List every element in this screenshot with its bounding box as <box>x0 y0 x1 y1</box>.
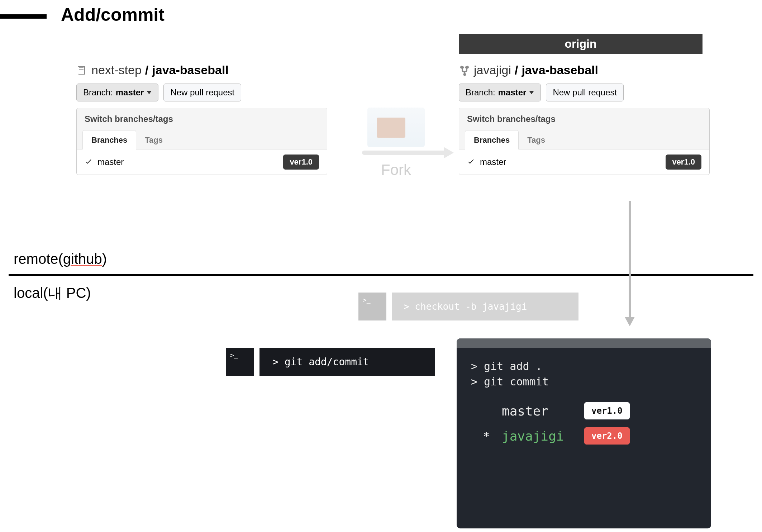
current-marker: * <box>482 430 491 442</box>
branch-row[interactable]: master ver1.0 <box>459 149 709 175</box>
remote-local-divider <box>9 274 753 276</box>
panel-header: Switch branches/tags <box>77 108 327 130</box>
terminal-line: > git commit <box>471 375 697 388</box>
repo-name: java-baseball <box>152 63 229 77</box>
terminal-titlebar <box>457 338 711 348</box>
caret-down-icon <box>529 91 534 94</box>
previous-terminal-faded: >_ > checkout -b javajigi <box>358 293 578 320</box>
local-branch-row: * javajigi ver2.0 <box>482 427 697 445</box>
local-branch-row: master ver1.0 <box>482 402 697 419</box>
repo-toolbar: Branch: master New pull request <box>76 84 327 101</box>
version-badge: ver1.0 <box>584 402 630 419</box>
branch-dropdown-panel: Switch branches/tags Branches Tags maste… <box>76 108 327 175</box>
fork-arrow-icon <box>362 151 448 155</box>
branch-label: master <box>480 157 506 167</box>
repo-name: java-baseball <box>522 63 598 77</box>
terminal-icon: >_ <box>226 348 254 376</box>
repo-title: javajigi / java-baseball <box>459 63 710 77</box>
fork-stamp-icon <box>367 108 425 147</box>
repo-card-fork: javajigi / java-baseball Branch: master … <box>459 63 710 175</box>
branch-selector-button[interactable]: Branch: master <box>76 84 158 101</box>
local-branch-name: master <box>502 404 573 418</box>
version-badge: ver1.0 <box>666 155 701 170</box>
origin-label: origin <box>459 34 703 54</box>
branch-prefix: Branch: <box>83 87 113 98</box>
fork-label: Fork <box>344 161 448 179</box>
repo-toolbar: Branch: master New pull request <box>459 84 710 101</box>
fork-icon <box>459 64 470 77</box>
new-pull-request-button[interactable]: New pull request <box>163 84 241 101</box>
local-branch-list: master ver1.0 * javajigi ver2.0 <box>471 402 697 445</box>
terminal-command: > checkout -b javajigi <box>392 293 578 320</box>
new-pull-request-button[interactable]: New pull request <box>546 84 624 101</box>
branch-row[interactable]: master ver1.0 <box>77 149 327 175</box>
version-badge: ver2.0 <box>584 427 630 445</box>
branch-selector-button[interactable]: Branch: master <box>459 84 541 101</box>
current-terminal: >_ > git add/commit <box>226 348 435 376</box>
clone-arrow-icon <box>629 201 631 319</box>
header-accent-bar <box>0 14 47 19</box>
local-repo-terminal: > git add . > git commit master ver1.0 *… <box>457 338 711 528</box>
repo-icon <box>76 64 88 77</box>
repo-owner: next-step <box>91 63 142 77</box>
branch-prefix: Branch: <box>466 87 495 98</box>
check-icon <box>85 158 92 166</box>
terminal-line: > git add . <box>471 360 697 372</box>
branch-dropdown-panel: Switch branches/tags Branches Tags maste… <box>459 108 710 175</box>
remote-label: remote(github) <box>14 251 107 267</box>
terminal-command: > git add/commit <box>259 348 435 376</box>
version-badge: ver1.0 <box>283 155 319 170</box>
tab-tags[interactable]: Tags <box>519 130 554 149</box>
slide-title: Add/commit <box>61 4 165 25</box>
tab-tags[interactable]: Tags <box>136 130 171 149</box>
tab-branches[interactable]: Branches <box>82 130 136 149</box>
branch-label: master <box>97 157 124 167</box>
terminal-icon: >_ <box>358 293 386 320</box>
local-label: local(내 PC) <box>14 283 91 303</box>
tab-branches[interactable]: Branches <box>465 130 519 149</box>
branch-current: master <box>116 87 144 98</box>
repo-separator: / <box>145 63 148 77</box>
repo-card-upstream: next-step / java-baseball Branch: master… <box>76 63 327 175</box>
caret-down-icon <box>147 91 152 94</box>
panel-header: Switch branches/tags <box>459 108 709 130</box>
panel-tabs: Branches Tags <box>77 130 327 149</box>
local-branch-name: javajigi <box>502 429 573 443</box>
repo-separator: / <box>515 63 518 77</box>
check-icon <box>467 158 475 166</box>
panel-tabs: Branches Tags <box>459 130 709 149</box>
repo-owner: javajigi <box>474 63 511 77</box>
repo-title: next-step / java-baseball <box>76 63 327 77</box>
branch-current: master <box>498 87 527 98</box>
fork-graphic: Fork <box>344 108 448 179</box>
